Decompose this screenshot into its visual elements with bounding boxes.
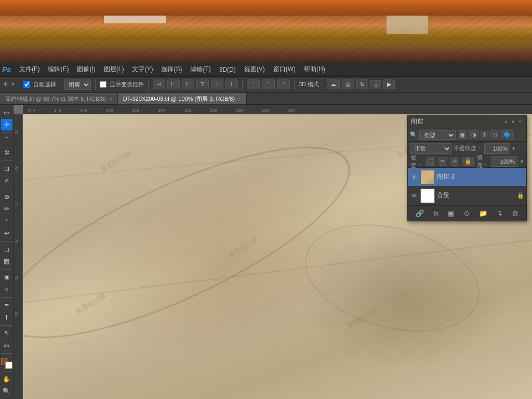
- brush-tool[interactable]: ✏: [1, 203, 12, 214]
- menu-filter[interactable]: 滤镜(T): [186, 63, 215, 76]
- tab-file1-close[interactable]: ×: [109, 96, 112, 102]
- menu-help[interactable]: 帮助(H): [300, 63, 329, 76]
- filter-pixel-btn[interactable]: ▣: [458, 130, 467, 139]
- opacity-input[interactable]: [484, 143, 510, 154]
- lock-transparent-btn[interactable]: ⬚: [426, 157, 435, 166]
- tab-file2-close[interactable]: ×: [238, 96, 241, 102]
- pen-tool[interactable]: ✒: [1, 300, 12, 311]
- menu-view[interactable]: 视图(V): [240, 63, 269, 76]
- menu-image[interactable]: 图像(I): [73, 63, 99, 76]
- layer3-visibility-toggle[interactable]: 👁: [410, 173, 418, 181]
- gradient-tool[interactable]: ▦: [1, 256, 12, 267]
- align-bottom-btn[interactable]: ⊥: [225, 79, 238, 89]
- color-swatch[interactable]: [1, 358, 12, 369]
- fill-dropdown-icon[interactable]: ▾: [521, 158, 523, 164]
- menu-select[interactable]: 选择(S): [157, 63, 186, 76]
- ruler-top: 144 146 148 150 152 154 156 158 160 162 …: [23, 105, 532, 114]
- fill-input[interactable]: [491, 156, 517, 167]
- layer-mask-btn[interactable]: ▣: [446, 208, 456, 218]
- crop-tool[interactable]: ⊡: [1, 163, 12, 174]
- align-left-btn[interactable]: ⊣: [153, 79, 165, 89]
- align-right-btn[interactable]: ⊢: [182, 79, 194, 89]
- ruler-left-mark-2: 74: [15, 203, 18, 207]
- lock-all-btn[interactable]: 🔒: [462, 157, 474, 166]
- lock-position-btn[interactable]: ✛: [450, 157, 459, 166]
- 3d-btn3[interactable]: ↻: [356, 79, 368, 89]
- shape-tool[interactable]: ▭: [1, 340, 12, 351]
- layer-row-bg[interactable]: 👁 背景 🔒: [408, 187, 526, 205]
- filter-adjust-btn[interactable]: ◑: [469, 130, 478, 139]
- lasso-tool[interactable]: ⌒: [1, 135, 12, 146]
- layers-collapse-btn[interactable]: «: [503, 118, 509, 125]
- delete-layer-btn[interactable]: 🗑: [510, 208, 521, 218]
- tab-file1[interactable]: 简约地毯.tif @ 66.7% (1 副本 5, RGB/8) ×: [0, 93, 118, 104]
- options-bar: ✛ ↗ 自动选择： 图层 显示变换控件 ⊣ ⊢ ⊢ ⊤ ⊥ ⊥ ⋮ ⋮ ⋮ 3D…: [0, 77, 532, 92]
- layers-menu-btn[interactable]: ≡: [517, 118, 523, 125]
- ruler-mark-10: 164: [288, 108, 295, 113]
- filter-type-btn[interactable]: T: [481, 131, 488, 139]
- opacity-dropdown-icon[interactable]: ▾: [512, 145, 515, 151]
- layers-close-btn[interactable]: ×: [510, 118, 516, 125]
- auto-select-checkbox[interactable]: [23, 81, 30, 88]
- layer-type-select[interactable]: 图层: [64, 79, 91, 90]
- tab-file2[interactable]: DT-320X200-08.tif @ 100% (图层 3, RGB/8) ×: [118, 93, 247, 104]
- 3d-btn5[interactable]: ▶: [383, 79, 395, 89]
- show-transform-checkbox[interactable]: [100, 81, 107, 88]
- healing-tool[interactable]: ⊕: [1, 191, 12, 202]
- stamp-tool[interactable]: ⎖: [1, 216, 12, 227]
- hand-tool[interactable]: ✋: [1, 374, 12, 384]
- history-brush-tool[interactable]: ↩: [1, 228, 12, 238]
- background-color[interactable]: [5, 362, 12, 369]
- type-tool[interactable]: T: [1, 312, 12, 323]
- menu-bar: Ps 文件(F) 编辑(E) 图像(I) 图层(L) 文字(Y) 选择(S) 滤…: [0, 62, 532, 77]
- link-layers-btn[interactable]: 🔗: [414, 208, 426, 218]
- show-transform-label: 显示变换控件: [110, 81, 144, 88]
- filter-search-icon: 🔍: [410, 131, 417, 138]
- layer-filter-select[interactable]: 类型: [419, 130, 456, 140]
- distribute-btn3[interactable]: ⋮: [277, 79, 290, 89]
- menu-layer[interactable]: 图层(L): [100, 63, 128, 76]
- separator-5: [294, 79, 295, 90]
- menu-window[interactable]: 窗口(W): [269, 63, 300, 76]
- menu-3d[interactable]: 3D(D): [215, 64, 240, 75]
- fill-label: 填充：: [477, 154, 489, 169]
- menu-edit[interactable]: 编辑(E): [44, 63, 73, 76]
- layer-effects-btn[interactable]: fx: [431, 208, 441, 218]
- path-select-tool[interactable]: ↖: [1, 328, 12, 339]
- lock-label: 锁定：: [411, 154, 423, 169]
- eraser-tool[interactable]: ◻: [1, 244, 12, 255]
- tool-sep-3: [2, 189, 12, 189]
- filter-smart-btn[interactable]: 🔷: [501, 130, 513, 139]
- blend-mode-select[interactable]: 正常: [410, 143, 451, 154]
- new-layer-btn[interactable]: ↴: [495, 208, 504, 218]
- menu-file[interactable]: 文件(F): [15, 63, 44, 76]
- layers-filter-row: 🔍 类型 ▣ ◑ T ◻ 🔷: [408, 128, 526, 142]
- move-tool[interactable]: ✛: [1, 119, 12, 130]
- layer-row-3[interactable]: 👁 图层 3: [408, 168, 526, 187]
- distribute-btn2[interactable]: ⋮: [262, 79, 275, 89]
- layer-group-btn[interactable]: 📁: [477, 208, 489, 218]
- ps-logo: Ps: [2, 65, 11, 74]
- 3d-btn1[interactable]: ☁: [327, 79, 340, 89]
- magic-wand-tool[interactable]: ✲: [1, 147, 12, 158]
- blur-tool[interactable]: ◉: [1, 272, 12, 283]
- eyedropper-tool[interactable]: ✐: [1, 175, 12, 186]
- align-top-btn[interactable]: ⊤: [196, 79, 209, 89]
- bg-layer-visibility-toggle[interactable]: 👁: [410, 192, 418, 200]
- lock-paint-btn[interactable]: ✏: [438, 157, 447, 166]
- align-center-h-btn[interactable]: ⊢: [167, 79, 180, 89]
- 3d-btn4[interactable]: ⌂: [370, 80, 381, 89]
- distribute-btn1[interactable]: ⋮: [247, 79, 260, 89]
- ruler-mark-3: 150: [106, 108, 113, 113]
- separator-1: [19, 79, 19, 90]
- align-center-v-btn[interactable]: ⊥: [211, 79, 223, 89]
- marquee-tool[interactable]: ▭: [1, 107, 12, 118]
- toolbar: ▭ ✛ ⌒ ✲ ⊡ ✐ ⊕ ✏ ⎖ ↩ ◻ ▦ ◉ ○ ✒ T ↖ ▭: [0, 105, 14, 399]
- filter-shape-btn[interactable]: ◻: [490, 130, 499, 139]
- 3d-btn2[interactable]: ◎: [342, 79, 354, 89]
- zoom-tool[interactable]: 🔍: [1, 386, 12, 397]
- dodge-tool[interactable]: ○: [1, 284, 12, 295]
- ruler-left-mark-3: 76: [15, 239, 18, 243]
- adjustment-layer-btn[interactable]: ⊙: [462, 208, 472, 218]
- menu-type[interactable]: 文字(Y): [128, 63, 157, 76]
